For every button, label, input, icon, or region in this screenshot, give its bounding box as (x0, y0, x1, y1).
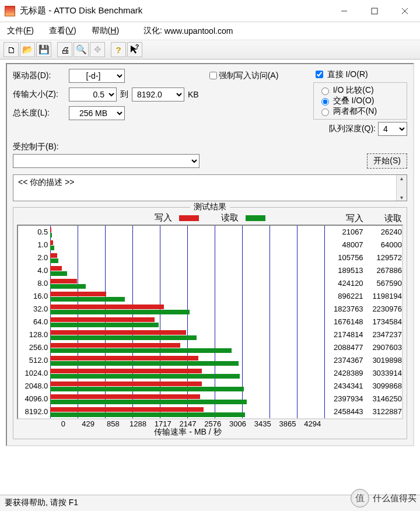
bar-read (50, 374, 239, 379)
description-text: << 你的描述 >> (18, 177, 74, 187)
description-box[interactable]: << 你的描述 >> ▴▾ (13, 174, 407, 201)
overlap-io-radio[interactable] (321, 98, 329, 106)
y-tick: 512.0 (18, 354, 48, 367)
menu-bar: 文件(F) 查看(V) 帮助(H) 汉化: www.upantool.com (0, 22, 420, 40)
bar-write (50, 228, 51, 232)
value-row: 8962211198194 (324, 290, 402, 303)
x-tick: 1288 (125, 419, 150, 428)
y-axis-labels: 0.51.02.04.08.016.032.064.0128.0256.0512… (18, 226, 50, 418)
size-to-select[interactable]: 8192.0 (132, 88, 184, 102)
overlap-io-label: 交叠 I/O(O) (333, 96, 374, 106)
legend-write-label: 写入 (155, 212, 172, 223)
start-button[interactable]: 开始(S) (367, 153, 407, 169)
whats-this-icon[interactable]: ? (127, 42, 142, 57)
toolbar: 🗋 📂 💾 🖨 🔍 ✥ ? ? (0, 40, 420, 60)
bar-read (50, 284, 86, 289)
move-icon[interactable]: ✥ (90, 42, 105, 57)
controlled-select[interactable] (13, 154, 200, 168)
save-icon[interactable]: 💾 (36, 42, 51, 57)
x-tick: 3006 (225, 419, 250, 428)
y-tick: 16.0 (18, 290, 48, 303)
bar-write (50, 304, 164, 309)
io-compare-radio[interactable] (321, 88, 329, 95)
value-row: 105756129572 (324, 251, 402, 264)
bar-write (50, 330, 186, 335)
x-axis-title: 传输速率 - MB / 秒 (51, 427, 325, 438)
y-tick: 128.0 (18, 328, 48, 341)
value-row: 2106726240 (324, 226, 402, 239)
value-row: 4800764000 (324, 239, 402, 251)
bar-read (50, 348, 232, 353)
svg-rect-1 (372, 8, 377, 14)
preview-icon[interactable]: 🔍 (74, 42, 89, 57)
y-tick: 8.0 (18, 277, 48, 290)
bar-read (50, 412, 245, 417)
status-bar: 要获得帮助, 请按 F1 (0, 495, 420, 511)
to-label: 到 (120, 89, 128, 100)
bar-read (50, 387, 243, 391)
neither-radio[interactable] (321, 108, 329, 116)
y-tick: 64.0 (18, 316, 48, 328)
bar-write (50, 356, 198, 360)
value-columns: 写入 读取 2106726240480076400010575612957218… (324, 226, 402, 418)
x-tick: 3865 (275, 419, 300, 428)
bar-read (50, 297, 125, 302)
size-from-select[interactable]: 0.5 (69, 88, 117, 102)
x-tick: 0 (51, 419, 76, 428)
menu-help[interactable]: 帮助(H) (88, 24, 123, 37)
chart-plot (50, 226, 324, 418)
new-icon[interactable]: 🗋 (4, 42, 19, 57)
bar-read (50, 246, 54, 250)
maximize-button[interactable] (359, 1, 390, 20)
title-bar: 无标题 - ATTO Disk Benchmark (0, 0, 420, 22)
results-group: 测试结果 写入 读取 0.51.02.04.08.016.032.064.012… (13, 207, 407, 439)
window-title: 无标题 - ATTO Disk Benchmark (20, 5, 142, 16)
scrollbar[interactable]: ▴▾ (396, 175, 407, 201)
y-tick: 256.0 (18, 341, 48, 354)
value-row: 24343413099868 (324, 380, 402, 393)
drive-label: 驱动器(D): (13, 71, 69, 81)
print-icon[interactable]: 🖨 (57, 42, 72, 57)
menu-file[interactable]: 文件(F) (4, 24, 37, 37)
menu-view[interactable]: 查看(V) (46, 24, 80, 37)
bar-write (50, 382, 202, 386)
y-tick: 1024.0 (18, 367, 48, 380)
bar-read (50, 310, 189, 314)
minimize-button[interactable] (329, 1, 359, 20)
x-tick: 858 (100, 419, 125, 428)
close-button[interactable] (390, 1, 420, 20)
force-write-checkbox[interactable] (209, 72, 217, 79)
app-icon (5, 6, 15, 16)
bar-write (50, 343, 180, 348)
bar-read (50, 271, 67, 276)
direct-io-checkbox[interactable] (316, 71, 323, 78)
help-icon[interactable]: ? (111, 42, 126, 57)
value-row: 24584433122887 (324, 405, 402, 418)
queue-depth-select[interactable]: 4 (378, 122, 407, 136)
y-tick: 2.0 (18, 251, 48, 264)
bar-write (50, 240, 53, 245)
bar-write (50, 292, 106, 296)
open-icon[interactable]: 📂 (20, 42, 35, 57)
controlled-label: 受控制于(B): (13, 142, 407, 152)
legend-write-swatch (179, 215, 199, 221)
value-row: 18237632230976 (324, 303, 402, 316)
svg-text:?: ? (135, 44, 139, 50)
legend-read-swatch (246, 215, 265, 221)
bar-write (50, 253, 57, 258)
queue-depth-label: 队列深度(Q): (329, 124, 376, 134)
status-text: 要获得帮助, 请按 F1 (5, 498, 78, 507)
y-tick: 1.0 (18, 239, 48, 251)
col-read-header: 读取 (363, 214, 402, 225)
neither-label: 两者都不(N) (333, 106, 377, 117)
length-select[interactable]: 256 MB (69, 106, 125, 120)
col-write-header: 写入 (324, 214, 363, 225)
hanhua-link[interactable]: www.upantool.com (164, 26, 233, 36)
value-row: 20884772907603 (324, 341, 402, 354)
x-tick: 429 (76, 419, 101, 428)
force-write-label: 强制写入访问(A) (219, 71, 279, 81)
value-row: 189513267886 (324, 264, 402, 277)
drive-select[interactable]: [-d-] (69, 69, 125, 83)
results-legend: 测试结果 (190, 202, 230, 212)
bar-write (50, 394, 200, 399)
